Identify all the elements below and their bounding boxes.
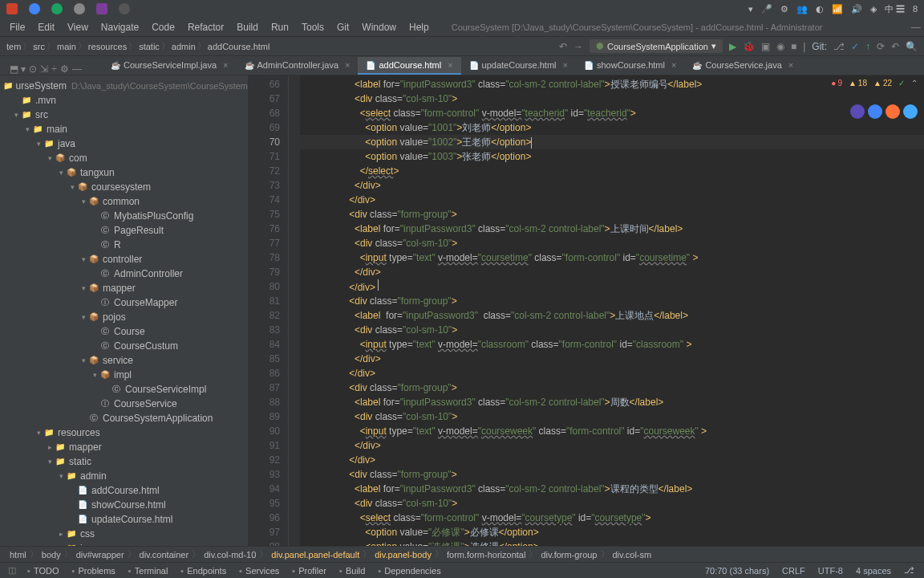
tray-icon[interactable]: ◐ xyxy=(816,4,824,14)
tree-arrow-icon[interactable]: ▾ xyxy=(79,311,88,324)
tree-arrow-icon[interactable]: ▾ xyxy=(45,152,55,165)
expand-icon[interactable]: ⇲ xyxy=(40,63,48,75)
coverage-button[interactable]: ▣ xyxy=(761,41,770,52)
tree-node[interactable]: ⒾCourseMapper xyxy=(0,295,248,310)
code-line[interactable]: <div class="col-sm-10"> xyxy=(300,323,924,337)
editor-tab[interactable]: 📄addCourse.html× xyxy=(358,57,460,75)
code-line[interactable]: <div class="form-group"> xyxy=(300,207,924,222)
tree-arrow-icon[interactable]: ▾ xyxy=(34,137,43,150)
browser-default-icon[interactable] xyxy=(903,104,918,119)
code-line[interactable]: </div> xyxy=(300,453,924,467)
inspection-check-icon[interactable]: ✓ xyxy=(898,79,905,88)
close-icon[interactable]: × xyxy=(345,60,350,70)
line-number[interactable]: 87 xyxy=(249,381,280,395)
tree-node[interactable]: 📄addCourse.html xyxy=(0,483,248,498)
tray-icon[interactable]: 🔊 xyxy=(851,4,862,14)
browser-chrome-icon[interactable] xyxy=(868,104,882,119)
menu-code[interactable]: Code xyxy=(145,20,181,35)
tree-node[interactable]: ▾📁main xyxy=(0,122,248,136)
code-line[interactable]: <option value="选修课">选修课</option> xyxy=(300,539,924,546)
tree-node[interactable]: 📄showCourse.html xyxy=(0,498,248,512)
app-icon[interactable] xyxy=(29,3,40,14)
git-push-icon[interactable]: ↑ xyxy=(865,41,870,52)
tree-node[interactable]: ▾📁static xyxy=(0,454,248,469)
line-number[interactable]: 91 xyxy=(249,438,280,453)
line-number[interactable]: 82 xyxy=(249,308,280,323)
tool-tab-dependencies[interactable]: ▪Dependencies xyxy=(371,564,447,577)
code-line[interactable]: <select class="form-control" v-model="te… xyxy=(300,106,924,120)
menu-window[interactable]: Window xyxy=(355,20,403,35)
tree-node[interactable]: ⒸR xyxy=(0,238,248,252)
tree-node[interactable]: ⒸPageResult xyxy=(0,223,248,238)
tree-node[interactable]: ▾📁admin xyxy=(0,469,248,483)
inspection-widget[interactable]: ● 9 ▲ 18 ▲ 22 ✓ ⌃ xyxy=(831,79,918,88)
code-line[interactable]: <label for="inputPassword3" class="col-s… xyxy=(300,222,924,236)
tree-node[interactable]: ▾📦coursesystem xyxy=(0,180,248,194)
structure-breadcrumb-item[interactable]: div.form-group xyxy=(537,550,600,560)
line-number[interactable]: 72 xyxy=(249,164,280,178)
hide-icon[interactable]: — xyxy=(72,63,82,75)
git-update-icon[interactable]: ✓ xyxy=(851,41,859,52)
tray-icon[interactable]: 🎤 xyxy=(761,4,772,14)
tool-tab-todo[interactable]: ▪TODO xyxy=(21,564,65,577)
tree-arrow-icon[interactable]: ▸ xyxy=(56,527,66,540)
nav-fwd-icon[interactable]: → xyxy=(573,41,583,52)
profile-button[interactable]: ◉ xyxy=(776,41,784,52)
editor-tab[interactable]: 📄showCourse.html× xyxy=(576,57,684,75)
structure-breadcrumb-item[interactable]: html xyxy=(6,550,30,560)
tray-icon[interactable]: ▾ xyxy=(748,4,753,14)
code-line[interactable]: <div class="col-sm-10"> xyxy=(300,236,924,250)
line-number[interactable]: 90 xyxy=(249,424,280,438)
app-icon[interactable] xyxy=(6,3,18,14)
indent-settings[interactable]: 4 spaces xyxy=(849,565,898,576)
code-line[interactable]: <label for="inputPassword3" class="col-s… xyxy=(300,482,924,496)
breadcrumb-item[interactable]: admin xyxy=(172,42,196,51)
editor-tab[interactable]: ☕CourseServiceImpl.java× xyxy=(103,57,237,75)
tree-node[interactable]: ⒸCourse xyxy=(0,324,248,339)
app-icon[interactable] xyxy=(51,3,63,14)
structure-breadcrumb[interactable]: html〉body〉div#wrapper〉div.container〉div.… xyxy=(0,546,924,562)
editor-tab[interactable]: ☕AdminController.java× xyxy=(237,57,359,75)
git-branch-status[interactable]: ⎇ xyxy=(898,565,921,576)
line-number[interactable]: 98 xyxy=(249,539,280,546)
tree-arrow-icon[interactable]: ▸ xyxy=(45,441,55,454)
tree-arrow-icon[interactable]: ▾ xyxy=(79,195,88,208)
code-line[interactable]: <select class="form-control" v-model="co… xyxy=(300,511,924,525)
tree-node[interactable]: ▾📁src xyxy=(0,108,248,122)
tree-node[interactable]: ⒸCourseCustum xyxy=(0,339,248,353)
code-line[interactable]: </select> xyxy=(300,164,924,178)
tree-node[interactable]: ⒸAdminController xyxy=(0,267,248,281)
code-line[interactable]: <div class="form-group"> xyxy=(300,467,924,482)
minimize-button[interactable]: — xyxy=(911,22,921,33)
app-icon[interactable] xyxy=(119,3,130,14)
menu-refactor[interactable]: Refactor xyxy=(181,20,230,35)
menu-edit[interactable]: Edit xyxy=(31,20,61,35)
tree-arrow-icon[interactable]: ▾ xyxy=(79,354,88,367)
line-number[interactable]: 80 xyxy=(249,279,280,294)
tree-arrow-icon[interactable]: ▾ xyxy=(56,166,66,179)
line-number[interactable]: 66 xyxy=(249,77,280,92)
line-number[interactable]: 81 xyxy=(249,294,280,308)
git-branch-icon[interactable]: ⎇ xyxy=(833,41,845,52)
app-icon[interactable] xyxy=(74,3,85,14)
tree-node[interactable]: ▾📦com xyxy=(0,151,248,165)
structure-breadcrumb-item[interactable]: div#wrapper xyxy=(73,550,128,560)
close-icon[interactable]: × xyxy=(671,60,676,70)
select-opened-icon[interactable]: ⊙ xyxy=(29,63,37,75)
line-number[interactable]: 93 xyxy=(249,467,280,482)
code-line[interactable]: <label for="inputPassword3" class="col-s… xyxy=(300,395,924,409)
code-line[interactable]: <label for="inputPassword3" class="col-s… xyxy=(300,77,924,92)
run-configuration-selector[interactable]: ⬢ CourseSystemApplication ▾ xyxy=(590,39,723,53)
error-badge[interactable]: ● 9 xyxy=(831,79,842,88)
tool-tab-terminal[interactable]: ▪Terminal xyxy=(122,564,174,577)
tree-arrow-icon[interactable]: ▾ xyxy=(34,426,43,439)
tree-arrow-icon[interactable]: ▾ xyxy=(79,253,88,266)
tree-arrow-icon[interactable]: ▾ xyxy=(67,181,77,193)
tree-arrow-icon[interactable]: ▸ xyxy=(56,542,66,546)
line-number[interactable]: 96 xyxy=(249,511,280,525)
code-line[interactable]: <input type="text" v-model="coursetime" … xyxy=(300,250,924,265)
tree-node[interactable]: 📁urseSystemD:\Java_study\CourseSystem\Co… xyxy=(0,79,248,93)
fold-column[interactable] xyxy=(289,75,300,546)
tree-node[interactable]: ⒸCourseSystemApplication xyxy=(0,411,248,425)
code-line[interactable]: </div> xyxy=(300,366,924,381)
